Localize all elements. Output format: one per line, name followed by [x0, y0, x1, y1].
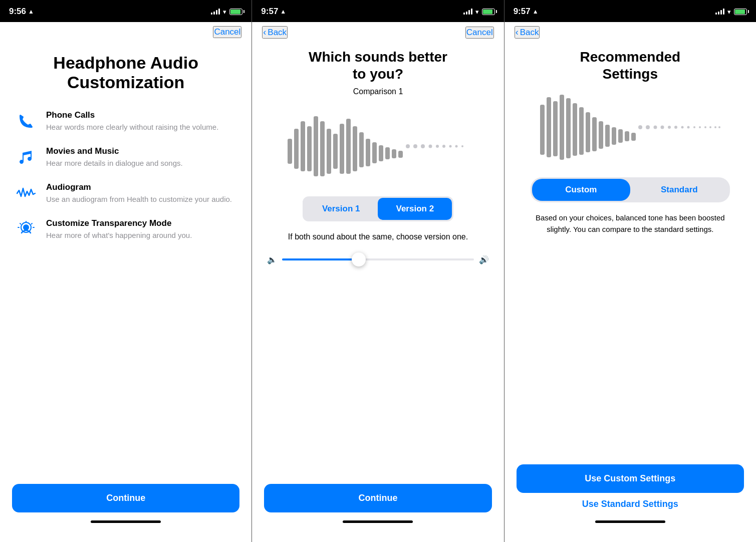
svg-rect-22	[385, 147, 390, 159]
svg-point-26	[413, 144, 417, 148]
battery-fill-2	[483, 10, 493, 14]
back-button-3[interactable]: ‹ Back	[515, 26, 540, 39]
back-button-2[interactable]: ‹ Back	[262, 26, 288, 39]
svg-rect-13	[327, 129, 331, 174]
feature-text-music: Movies and Music Hear more details in di…	[46, 146, 183, 168]
svg-point-62	[718, 126, 720, 128]
svg-rect-36	[553, 101, 558, 156]
svg-point-29	[436, 145, 439, 148]
location-icon-1: ▲	[28, 8, 34, 15]
feature-desc-transparency: Hear more of what's happening around you…	[46, 230, 192, 240]
home-indicator-3	[595, 520, 665, 523]
svg-rect-21	[379, 145, 383, 161]
svg-point-51	[653, 126, 657, 129]
svg-point-54	[674, 126, 677, 129]
svg-point-60	[709, 126, 711, 128]
feature-title-transparency: Customize Transparency Mode	[46, 218, 192, 228]
continue-button-2[interactable]: Continue	[264, 484, 491, 512]
svg-rect-9	[301, 121, 305, 171]
svg-rect-44	[605, 125, 610, 147]
phone-icon	[15, 110, 37, 132]
feature-title-phone: Phone Calls	[46, 110, 218, 120]
svg-rect-19	[366, 139, 370, 166]
svg-rect-20	[372, 142, 377, 163]
custom-button[interactable]: Custom	[532, 179, 630, 201]
battery-fill-3	[735, 10, 745, 14]
svg-rect-24	[398, 151, 403, 158]
svg-rect-17	[353, 126, 357, 171]
signal-bar	[463, 13, 465, 15]
cancel-button-1[interactable]: Cancel	[213, 26, 241, 38]
svg-rect-42	[592, 117, 597, 151]
nav-bar-3: ‹ Back	[505, 22, 756, 44]
svg-point-58	[699, 126, 701, 128]
slider-thumb[interactable]	[352, 252, 366, 266]
wifi-icon-3: ▾	[727, 8, 731, 16]
signal-bar	[211, 13, 212, 15]
svg-point-32	[455, 145, 458, 148]
wifi-icon-2: ▾	[475, 8, 479, 16]
status-bar-2: 9:57 ▲ ▾	[252, 0, 503, 22]
signal-bar	[471, 9, 472, 15]
feature-desc-phone: Hear words more clearly without raising …	[46, 122, 218, 132]
signal-bar	[718, 12, 719, 15]
standard-button[interactable]: Standard	[630, 179, 728, 201]
volume-row: 🔈 🔊	[267, 255, 488, 264]
svg-point-59	[704, 126, 706, 128]
svg-rect-23	[392, 149, 396, 158]
screens-container: 9:56 ▲ ▾ Cancel Headpho	[0, 0, 756, 542]
svg-rect-15	[340, 124, 344, 174]
svg-rect-10	[307, 126, 312, 171]
slider-fill	[282, 258, 359, 260]
screen1-content: Headphone AudioCustomization Phone Calls…	[0, 43, 251, 476]
version1-button[interactable]: Version 1	[304, 198, 378, 220]
svg-rect-37	[560, 95, 564, 160]
use-custom-settings-button[interactable]: Use Custom Settings	[517, 464, 744, 493]
svg-rect-11	[314, 116, 318, 176]
screen2: 9:57 ▲ ▾ ‹ Back Cance	[251, 0, 503, 542]
feature-text-transparency: Customize Transparency Mode Hear more of…	[46, 218, 192, 240]
home-indicator-1	[91, 520, 161, 523]
back-chevron-3: ‹	[516, 27, 519, 38]
svg-point-30	[442, 145, 445, 148]
feature-text-audiogram: Audiogram Use an audiogram from Health t…	[46, 182, 232, 204]
back-chevron-2: ‹	[263, 27, 266, 38]
location-icon-3: ▲	[533, 8, 539, 15]
svg-rect-47	[625, 131, 629, 141]
signal-bar	[218, 9, 220, 15]
battery-icon-1	[229, 9, 242, 15]
feature-desc-audiogram: Use an audiogram from Health to customiz…	[46, 194, 232, 204]
svg-rect-8	[294, 129, 299, 169]
svg-point-52	[660, 126, 664, 129]
page-title-1: Headphone AudioCustomization	[15, 53, 236, 92]
svg-point-27	[421, 144, 425, 148]
version2-button[interactable]: Version 2	[378, 198, 452, 220]
battery-icon-3	[734, 9, 747, 15]
svg-rect-40	[579, 107, 584, 155]
feature-desc-music: Hear more details in dialogue and songs.	[46, 158, 183, 168]
volume-low-icon: 🔈	[267, 255, 277, 264]
signal-bar	[715, 13, 717, 15]
svg-point-57	[693, 126, 695, 128]
nav-bar-1: Cancel	[0, 22, 251, 43]
status-time-2: 9:57 ▲	[261, 7, 286, 17]
svg-rect-14	[333, 134, 338, 169]
svg-point-50	[646, 125, 650, 129]
cancel-button-2[interactable]: Cancel	[465, 27, 494, 39]
use-standard-settings-button[interactable]: Use Standard Settings	[517, 493, 744, 515]
transparency-icon	[15, 218, 37, 240]
signal-bars-1	[211, 9, 220, 15]
svg-rect-35	[547, 97, 551, 157]
status-time-3: 9:57 ▲	[514, 7, 539, 17]
screen3: 9:57 ▲ ▾ ‹ Back	[504, 0, 756, 542]
page-title-3: RecommendedSettings	[580, 49, 680, 82]
svg-rect-7	[288, 139, 292, 164]
continue-button-1[interactable]: Continue	[12, 484, 239, 512]
list-item: Audiogram Use an audiogram from Health t…	[15, 182, 236, 204]
svg-rect-12	[320, 121, 325, 176]
signal-bar	[216, 10, 217, 15]
battery-icon-2	[482, 9, 495, 15]
volume-slider[interactable]	[282, 258, 473, 260]
version-selector: Version 1 Version 2	[303, 196, 453, 221]
status-bar-1: 9:56 ▲ ▾	[0, 0, 251, 22]
